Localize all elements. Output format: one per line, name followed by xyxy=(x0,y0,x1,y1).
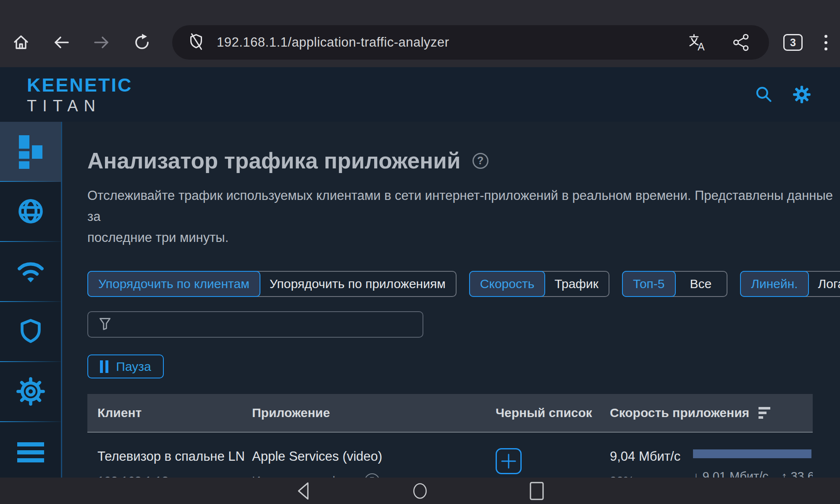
screen: 192.168.1.1/application-traffic-analyzer… xyxy=(0,0,840,504)
filter-icon xyxy=(97,315,113,334)
table-header: Клиент Приложение Черный список Скорость… xyxy=(87,394,813,433)
filter-field xyxy=(87,311,423,338)
app-name: Apple Services (video) xyxy=(252,448,496,465)
brand-logo: KEENETIC TITAN xyxy=(27,76,133,114)
toggle-group-by-clients[interactable]: Упорядочить по клиентам xyxy=(87,271,260,297)
top-toggle: Топ-5 Все xyxy=(622,271,727,297)
wifi-icon xyxy=(15,255,47,289)
shield-icon xyxy=(16,317,45,348)
metric-toggle: Скорость Трафик xyxy=(469,271,609,297)
app-header: KEENETIC TITAN xyxy=(0,67,840,122)
speed-bar xyxy=(693,449,811,458)
description-line-2: последние три минуты. xyxy=(87,227,840,248)
client-name: Телевизор в спальне LN xyxy=(97,448,252,465)
back-triangle-icon[interactable] xyxy=(295,481,311,501)
toggle-controls: Упорядочить по клиентам Упорядочить по п… xyxy=(87,271,840,297)
url-text: 192.168.1.1/application-traffic-analyzer xyxy=(217,35,688,50)
back-icon[interactable] xyxy=(51,32,71,52)
tab-count-label: 3 xyxy=(790,37,796,49)
group-by-toggle: Упорядочить по клиентам Упорядочить по п… xyxy=(87,271,457,297)
sidebar-item-menu[interactable] xyxy=(0,422,61,482)
page-description: Отслеживайте трафик используемых клиента… xyxy=(87,185,840,248)
dashboard-icon xyxy=(19,135,42,169)
main-content: Анализатор трафика приложений ? Отслежив… xyxy=(62,122,840,504)
reload-icon[interactable] xyxy=(132,32,152,52)
add-to-blacklist-button[interactable] xyxy=(496,448,522,474)
col-header-blacklist: Черный список xyxy=(496,406,610,420)
sidebar-item-security[interactable] xyxy=(0,302,61,362)
browser-toolbar: 192.168.1.1/application-traffic-analyzer… xyxy=(0,0,840,67)
sidebar-item-dashboard[interactable] xyxy=(0,122,61,182)
forward-icon[interactable] xyxy=(92,32,112,52)
help-icon[interactable]: ? xyxy=(472,153,488,169)
share-icon[interactable] xyxy=(731,32,751,52)
toggle-group-by-apps[interactable]: Упорядочить по приложениям xyxy=(260,272,456,296)
page-title: Анализатор трафика приложений xyxy=(87,148,461,173)
col-header-client: Клиент xyxy=(87,406,252,420)
pause-button[interactable]: Пауза xyxy=(87,354,164,378)
filter-input[interactable] xyxy=(119,317,423,332)
brand-model: TITAN xyxy=(27,98,133,114)
sort-descending-icon[interactable] xyxy=(759,407,770,419)
description-line-1: Отслеживайте трафик используемых клиента… xyxy=(87,185,840,227)
col-header-speed: Скорость приложения xyxy=(610,406,749,420)
overflow-menu-icon[interactable] xyxy=(824,35,827,50)
sidebar-item-internet[interactable] xyxy=(0,182,61,242)
recents-square-icon[interactable] xyxy=(529,481,545,501)
settings-icon xyxy=(15,376,46,409)
home-circle-icon[interactable] xyxy=(412,481,428,501)
toggle-linear[interactable]: Линейн. xyxy=(740,271,808,297)
search-icon[interactable] xyxy=(753,84,774,105)
sidebar-item-settings[interactable] xyxy=(0,362,61,422)
pause-label: Пауза xyxy=(116,360,151,374)
globe-icon xyxy=(16,196,46,228)
translate-icon[interactable]: A xyxy=(688,32,708,52)
toggle-traffic[interactable]: Трафик xyxy=(544,272,609,296)
toggle-log[interactable]: Логарифм. xyxy=(808,272,840,296)
menu-icon xyxy=(17,442,44,462)
app-speed: 9,04 Мбит/с xyxy=(610,448,693,465)
shield-slash-icon xyxy=(186,32,206,53)
home-icon[interactable] xyxy=(11,32,31,52)
brand-keenetic: KEENETIC xyxy=(27,76,133,94)
android-navbar xyxy=(0,478,840,504)
pause-icon xyxy=(100,360,108,373)
sidebar-item-wifi[interactable] xyxy=(0,242,61,302)
col-header-application: Приложение xyxy=(252,406,496,420)
tab-counter[interactable]: 3 xyxy=(783,34,803,51)
toggle-all[interactable]: Все xyxy=(675,272,727,296)
svg-text:A: A xyxy=(698,41,705,52)
sidebar xyxy=(0,122,62,504)
toggle-speed[interactable]: Скорость xyxy=(469,271,546,297)
gear-icon[interactable] xyxy=(791,84,812,105)
address-bar[interactable]: 192.168.1.1/application-traffic-analyzer… xyxy=(172,25,769,60)
toggle-top5[interactable]: Топ-5 xyxy=(622,271,676,297)
scale-toggle: Линейн. Логарифм. xyxy=(740,271,840,297)
